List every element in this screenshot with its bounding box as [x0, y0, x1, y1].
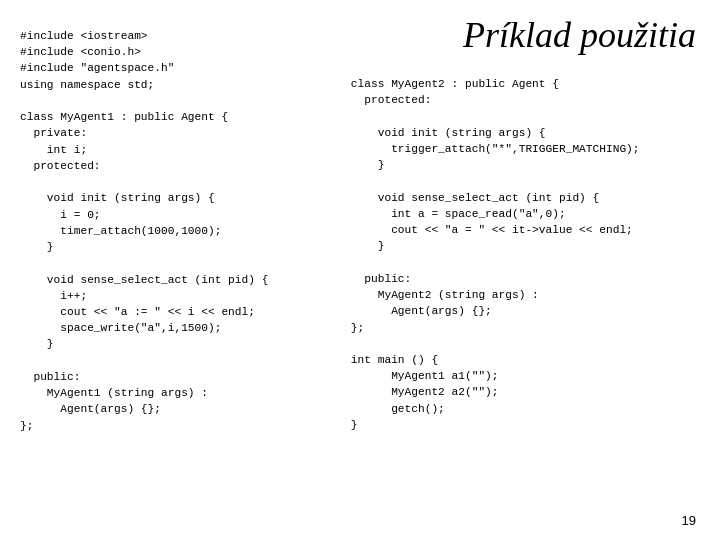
slide-container: Príklad použitia #include <iostream> #in…: [0, 0, 720, 540]
left-column: #include <iostream> #include <conio.h> #…: [20, 28, 341, 434]
slide-number: 19: [682, 513, 696, 528]
slide-title: Príklad použitia: [463, 14, 696, 56]
left-code-block: #include <iostream> #include <conio.h> #…: [20, 28, 341, 434]
right-column: class MyAgent2 : public Agent { protecte…: [341, 28, 700, 434]
content-area: #include <iostream> #include <conio.h> #…: [20, 28, 700, 434]
right-code-block: class MyAgent2 : public Agent { protecte…: [351, 76, 700, 433]
